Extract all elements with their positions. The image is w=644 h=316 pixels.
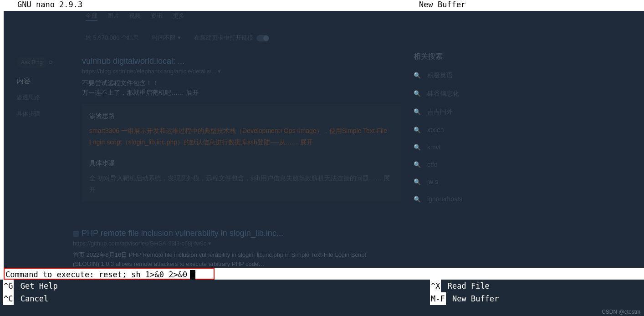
search-icon: 🔍 <box>414 144 421 151</box>
shortcut-label: Get Help <box>20 280 58 292</box>
search-icon: 🔍 <box>414 178 421 185</box>
related-item: 🔍吉吉国外 <box>414 108 462 116</box>
search-icon: 🔍 <box>414 90 421 97</box>
cursor-icon <box>190 270 195 280</box>
favicon-icon <box>73 231 79 237</box>
result-url: https://blog.csdn.net/elephantxiang/arti… <box>82 68 401 75</box>
toggle-icon <box>256 35 269 41</box>
search-icon: 🔍 <box>414 72 421 79</box>
result-title: PHP remote file inclusion vulnerability … <box>73 229 392 238</box>
result-title: vulnhub digitalworld.local: ... <box>82 56 401 66</box>
command-prompt-label: Command to execute: <box>5 270 99 279</box>
nano-titlebar: GNU nano 2.9.3 New Buffer <box>0 0 644 11</box>
result-url: https://github.com/advisories/GHSA-93l3-… <box>73 240 392 247</box>
background-webpage: 全部 图片 视频 资讯 更多 约 5,970,000 个结果 时间不限 ▾ 在新… <box>4 11 644 267</box>
shortcut-key: M-F <box>430 292 446 305</box>
related-item: 🔍xtxien <box>414 126 462 133</box>
nano-version: GNU nano 2.9.3 <box>0 0 82 11</box>
shortcut[interactable]: ^C Cancel <box>3 292 48 305</box>
related-item: 🔍ignorerhosts <box>414 195 462 203</box>
shortcut-label: Read File <box>448 280 490 292</box>
shortcut-label: Cancel <box>20 292 48 305</box>
search-icon: 🔍 <box>414 196 421 203</box>
command-value[interactable]: reset; sh 1>&0 2>&0 <box>99 270 187 279</box>
shortcut-key: ^X <box>430 280 441 292</box>
content-item: 渗透思路 <box>16 93 71 102</box>
search-icon: 🔍 <box>414 127 421 133</box>
result-snippet: 不要尝试远程文件包含！！ 万一连不上了，那就重启靶机吧…… 展开 <box>82 78 401 97</box>
nano-buffer-name: New Buffer <box>419 0 465 9</box>
related-item: 🔍积极英语 <box>414 71 462 80</box>
shortcut[interactable]: ^X Read File <box>430 280 490 292</box>
watermark: CSDN @ctostm <box>602 309 640 315</box>
search-icon: 🔍 <box>414 161 421 168</box>
result-box: 渗透思路 smart3306 一组展示开发和运维过程中的典型技术栈（Develo… <box>82 104 401 202</box>
result-meta: 首页 2022年8月16日 PHP Remote file inclusion … <box>73 250 392 267</box>
related-item: 🔍ctfo <box>414 161 462 168</box>
content-header: 内容 <box>16 76 71 86</box>
search-result: vulnhub digitalworld.local: ... https://… <box>82 56 401 202</box>
command-input-highlight: Command to execute: reset; sh 1>&0 2>&0 <box>4 268 215 280</box>
ask-pill: Ask Bing <box>16 56 47 68</box>
nano-command-line[interactable]: Command to execute: reset; sh 1>&0 2>&0 <box>0 268 644 280</box>
search-result: PHP remote file inclusion vulnerability … <box>73 229 392 267</box>
search-tabs: 全部 图片 视频 资讯 更多 <box>86 12 184 20</box>
search-icon: 🔍 <box>414 108 421 115</box>
shortcut[interactable]: M-F New Buffer <box>430 292 499 305</box>
left-edge-bar <box>0 0 4 268</box>
shortcut[interactable]: ^G Get Help <box>3 280 58 292</box>
shortcut-key: ^G <box>3 280 14 292</box>
related-item: 🔍kmvt <box>414 143 462 151</box>
shortcut-label: New Buffer <box>452 292 499 305</box>
content-sidebar: Ask Bing ⟳ 内容 渗透思路 具体步骤 <box>16 56 71 126</box>
related-searches: 相关搜索 🔍积极英语 🔍硅谷信息化 🔍吉吉国外 🔍xtxien 🔍kmvt 🔍c… <box>414 52 462 213</box>
nano-shortcut-bar: ^G Get Help ^X Read File ^C Cancel M-F N… <box>0 280 644 305</box>
related-item: 🔍硅谷信息化 <box>414 90 462 98</box>
related-item: 🔍jw s <box>414 178 462 185</box>
related-header: 相关搜索 <box>414 52 462 61</box>
search-stats: 约 5,970,000 个结果 时间不限 ▾ 在新建页卡中打开链接 <box>86 34 269 42</box>
shortcut-key: ^C <box>3 292 14 305</box>
content-item: 具体步骤 <box>16 110 71 118</box>
